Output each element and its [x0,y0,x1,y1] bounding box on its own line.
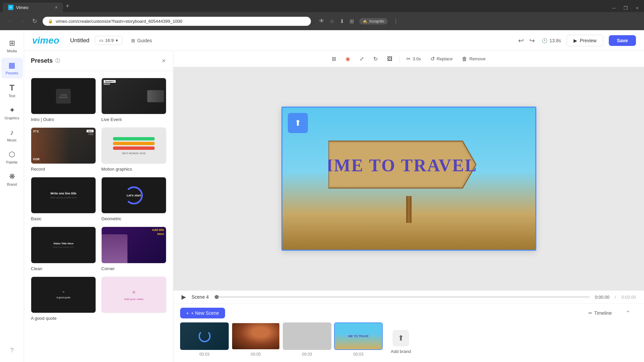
preset-corner[interactable]: Add titleHere Corner [101,227,166,271]
editor-toolbar: ⊞ ◉ ⤢ ↻ 🖼 ✂ [173,51,644,67]
scene-4-duration: 00:03 [353,352,363,357]
aspect-ratio-value: 16:9 [105,38,114,43]
canvas-frame[interactable]: TIME TO TRAVEL ⬆ [281,107,536,251]
browser-toolbar-icons: 👁 ☆ ⬇ ⊞ 🕵 Incognito ⋮ [319,18,398,24]
sidebar-item-brand[interactable]: ❋ Brand [1,169,23,190]
undo-button[interactable]: ↩ [517,35,525,46]
address-bar[interactable]: 🔒 vimeo.com/create/customize?hash=storyb… [43,17,311,26]
preset-motion-graphics[interactable]: NEXT MONDAY 20:00 Motion graphics [101,127,166,172]
preset-label-clean: Clean [31,266,96,271]
guides-button[interactable]: ⊞ Guides [128,36,155,45]
corner-title-text: Add titleHere [152,228,164,236]
preset-label-intro: Intro | Outro [31,117,96,122]
editor-area: ⊞ ◉ ⤢ ↻ 🖼 ✂ [173,51,644,362]
preset-quote[interactable]: " A good quote A good quote [31,277,96,321]
record-time-badge: TIME [88,133,94,135]
win-close-btn[interactable]: × [633,4,641,12]
back-button[interactable]: ← [5,16,14,26]
motion-bar-orange [113,142,154,145]
tab-close-btn[interactable]: × [55,5,58,10]
panel-title: Presets ⓘ [31,57,60,64]
redo-button[interactable]: ↪ [528,35,536,46]
presets-panel: Presets ⓘ × YOUR BRAND [24,51,173,362]
extensions-icon[interactable]: ⊞ [350,18,354,24]
preset-intro-outro[interactable]: YOUR BRAND Intro | Outro [31,78,96,122]
download-icon[interactable]: ⬇ [340,18,344,24]
scene-thumb-2[interactable]: 00:05 [231,322,280,357]
preset-label-geometric: Geometric [101,216,166,221]
play-button[interactable]: ▶ [181,293,186,301]
reload-button[interactable]: ↻ [31,16,39,26]
guides-label: Guides [137,38,152,43]
scene-thumb-1[interactable]: 00:03 [180,322,229,357]
basic-subtitle-text: Write adding subtitle here [50,196,76,199]
sidebar-item-text[interactable]: T Text [1,80,23,101]
timeline-collapse-button[interactable]: ⌃ [626,309,631,317]
timeline-toggle[interactable]: ✂ Timeline [588,310,612,316]
toolbar-grid-tool[interactable]: ⊞ [328,54,340,64]
sidebar-item-music[interactable]: ♪ Music [1,125,23,145]
forward-button[interactable]: → [18,16,27,26]
preset-basic[interactable]: Write one line title Write adding subtit… [31,177,96,221]
motion-bar-green [113,137,154,140]
toolbar-trim-tool[interactable]: ✂ 3.0s [402,54,425,64]
win-maximize-btn[interactable]: ❐ [621,4,631,12]
browser-tab-vimeo[interactable]: V Vimeo × [3,3,63,12]
quote-thumb-inner: " A good quote [31,277,96,313]
panel-info-icon[interactable]: ⓘ [55,58,60,64]
preset-add-video[interactable]: + Add your video [101,277,166,321]
canvas-travel-scene: TIME TO TRAVEL ⬆ [282,108,535,250]
sidebar-item-palette[interactable]: ⬡ Palette [1,147,23,168]
scene-1-image [180,322,229,350]
win-minimize-btn[interactable]: ─ [609,4,618,12]
help-button[interactable]: ? [7,344,16,357]
tab-title: Vimeo [16,5,29,10]
timeline-scissors-icon: ✂ [588,310,592,316]
preset-record[interactable]: IT'S FOR Q&A TIME Record [31,127,96,172]
preset-live-event[interactable]: Speaker's Name Live Event [101,78,166,122]
toolbar-replace-tool[interactable]: ↺ Replace [426,54,457,64]
scene-4-image: ME TO TRAVE [334,322,383,350]
top-right-controls: ↩ ↪ 🕐 13.8s ▶ Preview Save [517,35,636,46]
toolbar-color-tool[interactable]: ◉ [341,54,354,64]
new-tab-button[interactable]: + [63,3,72,10]
menu-icon[interactable]: ⋮ [393,18,398,24]
preset-thumb-basic: Write one line title Write adding subtit… [31,177,96,214]
save-button[interactable]: Save [609,35,636,46]
browser-toolbar: ← → ↻ 🔒 vimeo.com/create/customize?hash=… [0,12,644,30]
preview-button[interactable]: ▶ Preview [567,35,604,46]
preset-clean[interactable]: Video Title Here Supporting subtitle her… [31,227,96,271]
aspect-ratio-button[interactable]: ▭ 16:9 ▾ [95,36,122,45]
toolbar-rotate-tool[interactable]: ↻ [369,54,382,64]
editor-canvas-area: TIME TO TRAVEL ⬆ [173,67,644,290]
scene-thumb-3[interactable]: 00:03 [283,322,331,357]
add-brand-icon: ⬆ [393,330,409,346]
toolbar-remove-tool[interactable]: 🗑 Remove [458,54,489,64]
scene-1-loading-spinner [199,330,211,342]
progress-thumb [215,295,219,299]
toolbar-expand-tool[interactable]: ⤢ [356,54,368,64]
sidebar-item-presets[interactable]: ▦ Presets [1,58,23,78]
scene-thumb-4[interactable]: ME TO TRAVE 00:03 [334,322,383,357]
toolbar-image-tool[interactable]: 🖼 [383,54,396,64]
palette-icon: ⬡ [9,150,15,159]
new-scene-button[interactable]: + + New Scene [180,308,225,318]
scene-thumbnails: 00:03 00:05 00:03 [173,322,644,362]
add-brand-button[interactable]: ⬆ Add brand [388,327,414,357]
project-title[interactable]: Untitled [70,37,90,44]
canvas-upload-button[interactable]: ⬆ [288,113,308,133]
eye-off-icon[interactable]: 👁 [319,18,324,24]
lock-icon: 🔒 [48,19,53,23]
bookmark-icon[interactable]: ☆ [330,18,334,24]
expand-icon: ⤢ [360,56,364,62]
sidebar-item-graphics[interactable]: ✦ Graphics [1,103,23,123]
sidebar-item-media[interactable]: ⊞ Media [1,36,23,56]
preset-label-corner: Corner [101,266,166,271]
trim-duration: 3.0s [413,56,421,61]
panel-close-button[interactable]: × [161,56,166,65]
toolbar-separator-1 [399,55,399,63]
preview-label: Preview [580,38,597,43]
preset-geometric[interactable]: Let's start Geometric [101,177,166,221]
scene-progress-bar[interactable] [214,296,589,298]
geo-text: Let's start [127,194,141,197]
